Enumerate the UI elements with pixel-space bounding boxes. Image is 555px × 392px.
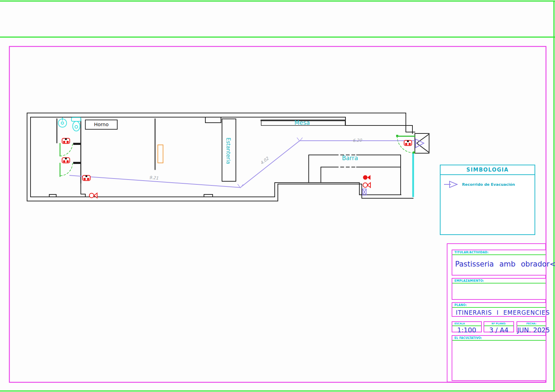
num-plano-label: Nº PLANO: [484, 322, 513, 325]
escala-value: 1:100 [452, 326, 481, 334]
furniture-orange [158, 145, 163, 163]
emergency-light-icon [62, 158, 70, 163]
emergency-lights [62, 138, 412, 181]
title-block: TITULAR/ACTIVIDAD: Pastisseria amb obrad… [447, 243, 546, 382]
titleblock-plano: PLANO: ITINERARIS I EMERGENCIES [452, 302, 546, 317]
plano-value: ITINERARIS I EMERGENCIES [452, 309, 546, 316]
emergency-light-icon [83, 175, 90, 181]
fire-extinguisher-icon [363, 175, 371, 180]
toilet-icon [71, 117, 81, 131]
green-rule [452, 307, 546, 308]
titleblock-fecha: FECHA: JUN. 2025 [516, 321, 546, 332]
barra-label: Barra [342, 155, 358, 162]
titleblock-escala: ESCALA 1:100 [452, 321, 482, 332]
titular-label: TITULAR/ACTIVIDAD: [452, 250, 546, 254]
dimension-label: 9.21 [149, 175, 159, 181]
titleblock-titular: TITULAR/ACTIVIDAD: Pastisseria amb obrad… [452, 250, 546, 276]
horno-label: Horno [94, 122, 109, 127]
green-rule [452, 340, 546, 341]
drawing-sheet: Horno Mesa Barra Estanteria 9.21 4.02 6.… [0, 0, 555, 392]
emplazamiento-label: EMPLAZAMIENTO: [452, 279, 546, 282]
titular-value: Pastisseria amb obrador<7.5 [452, 260, 546, 268]
mesa-label: Mesa [294, 119, 310, 126]
estanteria-label: Estanteria [225, 138, 231, 164]
facultativo-label: EL FACULTATIVO: [452, 336, 546, 340]
dimension-label: 6.20 [352, 138, 362, 143]
door-jamb [73, 143, 81, 145]
legend-item: Recorrido de Evacuación [441, 175, 535, 189]
valve-icon [362, 189, 366, 195]
plano-label: PLANO: [452, 303, 546, 307]
titleblock-num-plano: Nº PLANO: 3 / A4 [484, 321, 514, 332]
evacuation-route-arrow-icon [443, 180, 459, 189]
evacuation-route [69, 138, 424, 188]
wc-fixtures [58, 117, 81, 131]
sink-icon [58, 118, 67, 127]
fecha-label: FECHA: [517, 322, 546, 325]
num-plano-value: 3 / A4 [484, 326, 513, 334]
fecha-value: JUN. 2025 [517, 326, 546, 334]
door-swing [60, 163, 72, 176]
titleblock-facultativo: EL FACULTATIVO: [452, 335, 546, 381]
emergency-light-icon [404, 140, 412, 146]
legend-item-label: Recorrido de Evacuación [462, 182, 515, 187]
green-rule [452, 254, 546, 255]
door-swing [60, 143, 72, 156]
legend-title: SIMBOLOGIA [441, 165, 535, 175]
legend-box: SIMBOLOGIA Recorrido de Evacuación [440, 165, 535, 235]
door-jamb [73, 162, 81, 164]
fire-extinguisher-icon [89, 193, 97, 198]
dimension-label: 4.02 [259, 156, 270, 165]
green-rule [452, 283, 546, 284]
fire-extinguisher-icon [363, 183, 371, 188]
titleblock-emplazamiento: EMPLAZAMIENTO: [452, 278, 546, 300]
escala-label: ESCALA [452, 322, 481, 325]
emergency-light-icon [62, 138, 70, 143]
interior-walls [57, 119, 155, 197]
